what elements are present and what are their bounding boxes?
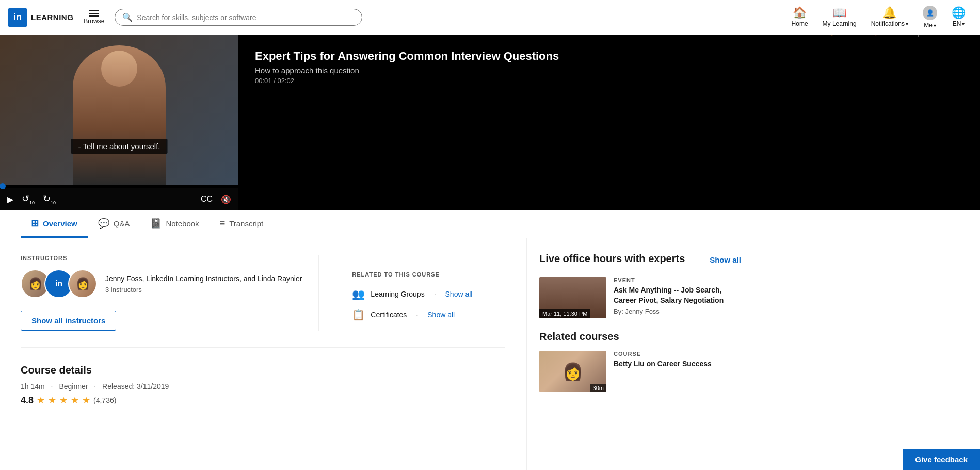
logo-link[interactable]: in LEARNING bbox=[8, 8, 73, 27]
video-thumbnail: - Tell me about yourself. bbox=[0, 35, 238, 185]
rating-count: (4,736) bbox=[93, 396, 116, 404]
instructors-section: INSTRUCTORS 👩 in 👩 Jenny bbox=[21, 255, 302, 331]
main-nav: 🏠 Home 📖 My Learning 🔔 Notifications ▾ 👤… bbox=[785, 4, 972, 31]
browse-button[interactable]: Browse bbox=[79, 8, 108, 27]
lang-label: EN bbox=[953, 20, 961, 27]
time-current: 00:01 bbox=[255, 77, 272, 85]
tab-overview[interactable]: ⊞ Overview bbox=[21, 210, 88, 238]
progress-track[interactable] bbox=[0, 185, 238, 188]
mute-button[interactable]: 🔇 bbox=[220, 193, 232, 205]
nav-my-learning[interactable]: 📖 My Learning bbox=[816, 5, 863, 29]
instructor-info: Jenny Foss, LinkedIn Learning Instructor… bbox=[105, 274, 302, 294]
course-released: Released: 3/11/2019 bbox=[102, 382, 169, 391]
bell-icon: 🔔 bbox=[882, 7, 896, 19]
play-button[interactable]: ▶ bbox=[6, 193, 14, 205]
instructors-row: 👩 in 👩 Jenny Foss, LinkedIn Learning Ins… bbox=[21, 269, 302, 298]
tab-transcript[interactable]: ≡ Transcript bbox=[210, 210, 274, 238]
logo-box: in bbox=[8, 8, 27, 27]
instructor-count: 3 instructors bbox=[105, 286, 302, 294]
star-5: ★ bbox=[82, 395, 90, 406]
me-label: Me bbox=[924, 22, 933, 29]
nav-notifications[interactable]: 🔔 Notifications ▾ bbox=[865, 5, 914, 29]
video-caption: - Tell me about yourself. bbox=[71, 139, 168, 154]
event-date-badge: Mar 11, 11:30 PM bbox=[539, 309, 590, 318]
rating-row: 4.8 ★ ★ ★ ★ ★ (4,736) bbox=[21, 395, 505, 406]
feedback-bar: Give feedback bbox=[903, 449, 980, 470]
instructor-name: Jenny Foss, LinkedIn Learning Instructor… bbox=[105, 274, 302, 284]
browse-label: Browse bbox=[84, 18, 104, 25]
nav-me[interactable]: 👤 Me ▾ bbox=[917, 4, 943, 31]
star-1: ★ bbox=[37, 395, 45, 406]
overview-icon: ⊞ bbox=[31, 218, 39, 229]
event-card: Mar 11, 11:30 PM EVENT Ask Me Anything -… bbox=[539, 277, 741, 318]
related-item-groups: 👥 Learning Groups · Show all bbox=[352, 288, 505, 300]
video-controls-bar: ▶ ↺10 ↻10 CC 🔇 bbox=[0, 188, 238, 210]
logo-text: LEARNING bbox=[31, 13, 73, 22]
vertical-divider bbox=[318, 255, 319, 331]
tab-qa-label: Q&A bbox=[114, 219, 130, 228]
captions-button[interactable]: CC bbox=[200, 193, 214, 205]
tab-notebook[interactable]: 📓 Notebook bbox=[140, 210, 209, 238]
give-feedback-button[interactable]: Give feedback bbox=[903, 449, 980, 470]
logo-in: in bbox=[13, 12, 22, 23]
event-thumbnail: Mar 11, 11:30 PM bbox=[539, 277, 606, 318]
tab-transcript-label: Transcript bbox=[229, 219, 263, 228]
instructor-avatar-3: 👩 bbox=[68, 269, 97, 298]
groups-show-all-link[interactable]: Show all bbox=[445, 290, 473, 298]
video-section: - Tell me about yourself. ▶ ↺10 ↻10 CC 🔇… bbox=[0, 35, 980, 210]
course-details-section: Course details 1h 14m · Beginner · Relea… bbox=[21, 347, 505, 406]
video-description: How to approach this question bbox=[255, 66, 559, 75]
live-section-header: Live office hours with experts Show all bbox=[539, 253, 741, 267]
star-4: ★ bbox=[71, 395, 79, 406]
avatar: 👤 bbox=[923, 6, 937, 20]
live-section-title: Live office hours with experts bbox=[539, 253, 685, 265]
overview-columns: INSTRUCTORS 👩 in 👩 Jenny bbox=[21, 255, 505, 331]
tabs-bar: ⊞ Overview 💬 Q&A 📓 Notebook ≡ Transcript bbox=[0, 210, 980, 238]
nav-language[interactable]: 🌐 EN ▾ bbox=[945, 5, 972, 29]
rewind-button[interactable]: ↺10 bbox=[21, 192, 36, 206]
notifications-label: Notifications bbox=[871, 20, 905, 27]
groups-icon: 👥 bbox=[352, 288, 364, 300]
course-meta: 1h 14m · Beginner · Released: 3/11/2019 bbox=[21, 382, 505, 391]
nav-home-label: Home bbox=[792, 20, 808, 27]
course-info: COURSE Betty Liu on Career Success bbox=[614, 351, 712, 392]
dot-sep-2: · bbox=[416, 311, 418, 319]
certificates-show-all-link[interactable]: Show all bbox=[427, 311, 455, 319]
certificates-label: Certificates bbox=[371, 311, 407, 319]
instructor-avatars: 👩 in 👩 bbox=[21, 269, 97, 298]
course-type-label: COURSE bbox=[614, 351, 712, 357]
course-duration: 1h 14m bbox=[21, 382, 45, 391]
dot-sep-1: · bbox=[434, 290, 436, 298]
course-thumbnail: 👩 30m bbox=[539, 351, 606, 392]
course-card: 👩 30m COURSE Betty Liu on Career Success bbox=[539, 351, 741, 392]
header: in LEARNING Browse 🔍 🏠 Home 📖 My Learnin… bbox=[0, 0, 980, 35]
star-3: ★ bbox=[59, 395, 68, 406]
show-all-instructors-button[interactable]: Show all instructors bbox=[21, 311, 116, 331]
video-player[interactable]: - Tell me about yourself. ▶ ↺10 ↻10 CC 🔇 bbox=[0, 35, 238, 210]
tab-overview-label: Overview bbox=[43, 219, 77, 228]
globe-icon: 🌐 bbox=[952, 7, 966, 19]
tab-notebook-label: Notebook bbox=[166, 219, 199, 228]
chevron-down-icon: ▾ bbox=[906, 21, 908, 27]
transcript-icon: ≡ bbox=[220, 218, 226, 229]
tab-qa[interactable]: 💬 Q&A bbox=[88, 210, 140, 238]
forward-button[interactable]: ↻10 bbox=[42, 192, 57, 206]
search-input[interactable] bbox=[137, 13, 355, 22]
event-type-label: EVENT bbox=[614, 277, 741, 283]
related-section: RELATED TO THIS COURSE 👥 Learning Groups… bbox=[335, 255, 505, 331]
home-icon: 🏠 bbox=[793, 7, 807, 19]
notifications-dropdown: Notifications ▾ bbox=[871, 20, 908, 27]
right-panel: Live office hours with experts Show all … bbox=[526, 238, 753, 470]
chevron-down-icon-me: ▾ bbox=[934, 23, 936, 28]
star-2: ★ bbox=[48, 395, 56, 406]
event-info: EVENT Ask Me Anything -- Job Search, Car… bbox=[614, 277, 741, 318]
live-show-all-link[interactable]: Show all bbox=[710, 255, 741, 264]
nav-home[interactable]: 🏠 Home bbox=[785, 5, 814, 29]
book-icon: 📖 bbox=[832, 7, 846, 19]
certificates-icon: 📋 bbox=[352, 309, 364, 321]
meta-dot-2: · bbox=[94, 382, 96, 391]
event-by: By: Jenny Foss bbox=[614, 307, 741, 315]
video-info: Expert Tips for Answering Common Intervi… bbox=[238, 35, 980, 210]
course-duration-badge: 30m bbox=[590, 384, 606, 392]
search-icon: 🔍 bbox=[122, 12, 133, 22]
